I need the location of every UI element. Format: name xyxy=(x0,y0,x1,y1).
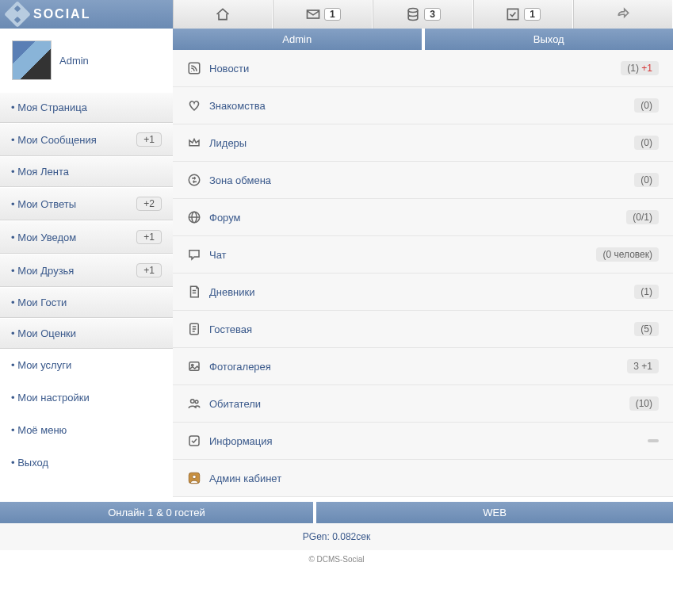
user-name: Admin xyxy=(59,55,89,67)
sidebar-item-0[interactable]: • Моя Страница xyxy=(0,92,173,123)
feed-item-label: Зона обмена xyxy=(209,174,271,186)
feed-item-6[interactable]: Дневники(1) xyxy=(173,274,673,311)
guest-icon xyxy=(187,322,201,336)
sidebar-item-label: • Мои Сообщения xyxy=(11,134,97,146)
top-bar: SOCIAL 1 3 1 xyxy=(0,0,673,29)
sidebar-item-label: • Мои Ответы xyxy=(11,198,76,210)
tab-admin[interactable]: Admin xyxy=(173,29,422,50)
feed-item-1[interactable]: Знакомства(0) xyxy=(173,87,673,124)
admin-icon xyxy=(187,471,201,485)
feed-item-label: Чат xyxy=(209,249,227,261)
info-icon xyxy=(187,434,201,448)
mail-icon xyxy=(305,6,321,22)
sidebar-item-2[interactable]: • Моя Лента xyxy=(0,156,173,187)
nav-check[interactable]: 1 xyxy=(473,0,573,29)
copyright-text: © DCMS-Social xyxy=(0,550,673,568)
feed-item-9[interactable]: Обитатели(10) xyxy=(173,385,673,423)
stack-icon xyxy=(405,6,421,22)
feed-item-label: Новости xyxy=(209,63,249,75)
feed-item-3[interactable]: Зона обмена(0) xyxy=(173,162,673,199)
feed-item-7[interactable]: Гостевая(5) xyxy=(173,311,673,348)
sidebar-item-4[interactable]: • Мои Уведом+1 xyxy=(0,220,173,254)
users-icon xyxy=(187,396,201,411)
feed-item-label: Знакомства xyxy=(209,100,266,112)
sidebar-item-7[interactable]: • Мои Оценки xyxy=(0,318,173,349)
feed-item-5[interactable]: Чат(0 человек) xyxy=(173,236,673,274)
feed-item-2[interactable]: Лидеры(0) xyxy=(173,124,673,162)
feed-item-0[interactable]: Новости(1) +1 xyxy=(173,50,673,87)
feed-item-label: Фотогалерея xyxy=(209,361,271,373)
sidebar-item-badge: +1 xyxy=(136,263,162,277)
nav-mail[interactable]: 1 xyxy=(273,0,373,29)
content-tabs: Admin Выход xyxy=(173,29,673,50)
globe-icon xyxy=(187,210,201,224)
feed-item-11[interactable]: Админ кабинет xyxy=(173,460,673,497)
stack-badge: 3 xyxy=(424,8,441,21)
logo-text: SOCIAL xyxy=(33,7,90,21)
exchange-icon xyxy=(187,173,201,187)
feed-item-4[interactable]: Форум(0/1) xyxy=(173,199,673,236)
sidebar-item-5[interactable]: • Мои Друзья+1 xyxy=(0,254,173,287)
feed-item-label: Дневники xyxy=(209,286,255,298)
content: Admin Выход Новости(1) +1Знакомства(0)Ли… xyxy=(173,29,673,497)
nav-forward[interactable] xyxy=(573,0,673,29)
feed-item-count: (0) xyxy=(634,173,659,187)
sidebar-item-8[interactable]: • Мои услуги xyxy=(0,349,173,381)
sidebar-item-label: • Мои Гости xyxy=(11,297,67,308)
feed-item-count: (5) xyxy=(634,322,659,336)
footer-online[interactable]: Онлайн 1 & 0 гостей xyxy=(0,502,313,523)
sidebar-item-label: • Мои настройки xyxy=(11,392,90,404)
logo-icon xyxy=(4,1,31,28)
feed-item-label: Админ кабинет xyxy=(209,473,281,484)
feed-item-10[interactable]: Информация xyxy=(173,423,673,460)
sidebar-item-1[interactable]: • Мои Сообщения+1 xyxy=(0,123,173,156)
sidebar-item-9[interactable]: • Мои настройки xyxy=(0,381,173,414)
sidebar-item-label: • Мои услуги xyxy=(11,359,71,371)
crown-icon xyxy=(187,136,201,150)
sidebar-item-3[interactable]: • Мои Ответы+2 xyxy=(0,187,173,220)
feed-item-8[interactable]: Фотогалерея3 +1 xyxy=(173,348,673,385)
svg-point-14 xyxy=(193,475,197,479)
feed-item-label: Гостевая xyxy=(209,323,252,335)
heart-icon xyxy=(187,98,201,113)
rss-icon xyxy=(187,61,201,75)
svg-point-11 xyxy=(195,400,198,404)
sidebar-item-badge: +2 xyxy=(136,197,162,211)
sidebar-item-badge: +1 xyxy=(136,230,162,244)
feed-item-count: (10) xyxy=(629,396,659,411)
svg-point-4 xyxy=(189,174,200,186)
check-badge: 1 xyxy=(524,8,541,21)
pgen-text: PGen: 0.082сек xyxy=(0,523,673,550)
svg-rect-12 xyxy=(189,436,199,446)
avatar xyxy=(12,40,52,80)
home-icon xyxy=(215,6,231,22)
photo-icon xyxy=(187,359,201,373)
feed-item-count: 3 +1 xyxy=(627,359,659,373)
feed-item-count: (1) xyxy=(634,285,659,299)
sidebar-item-6[interactable]: • Мои Гости xyxy=(0,287,173,318)
svg-point-9 xyxy=(192,364,193,365)
svg-point-10 xyxy=(191,400,195,404)
sidebar-item-label: • Моя Страница xyxy=(11,101,87,113)
sidebar-item-badge: +1 xyxy=(136,132,162,147)
forward-icon xyxy=(615,6,631,22)
footer-web[interactable]: WEB xyxy=(316,502,673,523)
tab-exit[interactable]: Выход xyxy=(425,29,674,50)
nav-home[interactable] xyxy=(173,0,273,29)
sidebar-item-10[interactable]: • Моё меню xyxy=(0,414,173,446)
nav-stack[interactable]: 3 xyxy=(373,0,472,29)
svg-rect-2 xyxy=(508,9,518,19)
sidebar-item-label: • Моя Лента xyxy=(11,166,69,178)
sidebar-item-label: • Мои Оценки xyxy=(11,327,76,339)
sidebar-item-11[interactable]: • Выход xyxy=(0,446,173,479)
sidebar-item-label: • Мои Уведом xyxy=(11,231,76,243)
user-box[interactable]: Admin xyxy=(0,29,173,92)
feed-item-label: Форум xyxy=(209,212,241,224)
feed-item-count: (0) xyxy=(634,98,659,113)
book-icon xyxy=(187,285,201,299)
logo[interactable]: SOCIAL xyxy=(0,0,173,29)
mail-badge: 1 xyxy=(324,8,341,21)
svg-point-1 xyxy=(408,9,418,13)
sidebar: Admin • Моя Страница• Мои Сообщения+1• М… xyxy=(0,29,173,497)
feed-item-count: (0 человек) xyxy=(596,247,659,262)
